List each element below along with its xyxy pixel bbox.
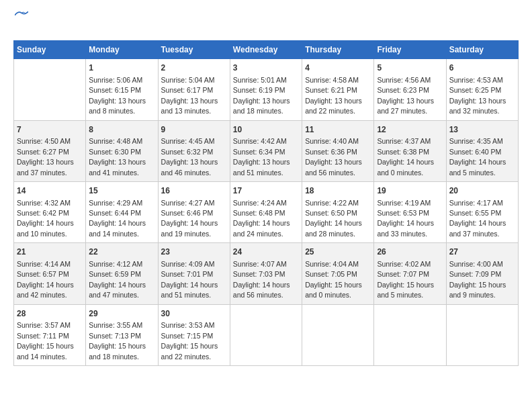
day-info: Sunrise: 4:07 AM Sunset: 7:03 PM Dayligh… [233,260,290,299]
day-info: Sunrise: 4:14 AM Sunset: 6:57 PM Dayligh… [17,260,74,299]
day-number: 4 [305,62,371,74]
calendar-cell: 23Sunrise: 4:09 AM Sunset: 7:01 PM Dayli… [158,243,230,304]
day-number: 5 [377,62,443,74]
week-row-3: 14Sunrise: 4:32 AM Sunset: 6:42 PM Dayli… [14,181,519,242]
week-row-2: 7Sunrise: 4:50 AM Sunset: 6:27 PM Daylig… [14,120,519,181]
calendar-cell [302,304,374,365]
day-info: Sunrise: 4:56 AM Sunset: 6:23 PM Dayligh… [377,76,434,115]
calendar-cell: 20Sunrise: 4:17 AM Sunset: 6:55 PM Dayli… [446,181,518,242]
day-info: Sunrise: 4:09 AM Sunset: 7:01 PM Dayligh… [161,260,218,299]
day-number: 16 [161,185,227,197]
day-number: 25 [305,246,371,258]
calendar-cell: 5Sunrise: 4:56 AM Sunset: 6:23 PM Daylig… [374,59,446,120]
day-number: 24 [233,246,299,258]
day-number: 13 [449,124,515,136]
calendar-cell: 3Sunrise: 5:01 AM Sunset: 6:19 PM Daylig… [230,59,302,120]
header-saturday: Saturday [446,41,518,59]
header-friday: Friday [374,41,446,59]
calendar-cell [14,59,86,120]
day-info: Sunrise: 4:50 AM Sunset: 6:27 PM Dayligh… [17,137,74,176]
day-number: 3 [233,62,299,74]
day-number: 28 [17,308,83,320]
calendar-cell: 9Sunrise: 4:45 AM Sunset: 6:32 PM Daylig… [158,120,230,181]
day-number: 30 [161,308,227,320]
calendar-cell: 27Sunrise: 4:00 AM Sunset: 7:09 PM Dayli… [446,243,518,304]
day-number: 27 [449,246,515,258]
day-info: Sunrise: 4:22 AM Sunset: 6:50 PM Dayligh… [305,199,362,238]
day-info: Sunrise: 4:04 AM Sunset: 7:05 PM Dayligh… [305,260,362,299]
day-number: 10 [233,124,299,136]
day-number: 17 [233,185,299,197]
week-row-1: 1Sunrise: 5:06 AM Sunset: 6:15 PM Daylig… [14,59,519,120]
calendar-cell: 13Sunrise: 4:35 AM Sunset: 6:40 PM Dayli… [446,120,518,181]
calendar-cell: 6Sunrise: 4:53 AM Sunset: 6:25 PM Daylig… [446,59,518,120]
calendar-cell: 29Sunrise: 3:55 AM Sunset: 7:13 PM Dayli… [86,304,158,365]
header-sunday: Sunday [14,41,86,59]
day-info: Sunrise: 4:37 AM Sunset: 6:38 PM Dayligh… [377,137,434,176]
logo [13,13,28,30]
header-wednesday: Wednesday [230,41,302,59]
day-number: 19 [377,185,443,197]
calendar-cell: 8Sunrise: 4:48 AM Sunset: 6:30 PM Daylig… [86,120,158,181]
day-number: 7 [17,124,83,136]
calendar-cell: 10Sunrise: 4:42 AM Sunset: 6:34 PM Dayli… [230,120,302,181]
day-info: Sunrise: 4:45 AM Sunset: 6:32 PM Dayligh… [161,137,218,176]
logo-bird-icon [15,10,28,19]
day-number: 12 [377,124,443,136]
calendar-cell: 1Sunrise: 5:06 AM Sunset: 6:15 PM Daylig… [86,59,158,120]
calendar-cell: 28Sunrise: 3:57 AM Sunset: 7:11 PM Dayli… [14,304,86,365]
header-thursday: Thursday [302,41,374,59]
calendar-cell: 22Sunrise: 4:12 AM Sunset: 6:59 PM Dayli… [86,243,158,304]
day-info: Sunrise: 4:17 AM Sunset: 6:55 PM Dayligh… [449,199,506,238]
calendar-cell: 2Sunrise: 5:04 AM Sunset: 6:17 PM Daylig… [158,59,230,120]
day-info: Sunrise: 3:57 AM Sunset: 7:11 PM Dayligh… [17,321,74,360]
day-number: 1 [89,62,154,74]
header-tuesday: Tuesday [158,41,230,59]
day-number: 18 [305,185,371,197]
calendar-cell: 14Sunrise: 4:32 AM Sunset: 6:42 PM Dayli… [14,181,86,242]
calendar-table: SundayMondayTuesdayWednesdayThursdayFrid… [13,40,519,366]
day-info: Sunrise: 4:19 AM Sunset: 6:53 PM Dayligh… [377,199,434,238]
day-info: Sunrise: 4:58 AM Sunset: 6:21 PM Dayligh… [305,76,362,115]
day-number: 9 [161,124,227,136]
day-number: 22 [89,246,154,258]
day-number: 29 [89,308,154,320]
calendar-cell: 7Sunrise: 4:50 AM Sunset: 6:27 PM Daylig… [14,120,86,181]
day-number: 2 [161,62,227,74]
day-info: Sunrise: 5:04 AM Sunset: 6:17 PM Dayligh… [161,76,218,115]
week-row-4: 21Sunrise: 4:14 AM Sunset: 6:57 PM Dayli… [14,243,519,304]
day-info: Sunrise: 3:53 AM Sunset: 7:15 PM Dayligh… [161,321,218,360]
day-info: Sunrise: 4:02 AM Sunset: 7:07 PM Dayligh… [377,260,434,299]
day-number: 23 [161,246,227,258]
calendar-cell [374,304,446,365]
day-number: 14 [17,185,83,197]
calendar-cell: 18Sunrise: 4:22 AM Sunset: 6:50 PM Dayli… [302,181,374,242]
calendar-header-row: SundayMondayTuesdayWednesdayThursdayFrid… [14,41,519,59]
day-number: 6 [449,62,515,74]
calendar-cell: 24Sunrise: 4:07 AM Sunset: 7:03 PM Dayli… [230,243,302,304]
calendar-cell: 11Sunrise: 4:40 AM Sunset: 6:36 PM Dayli… [302,120,374,181]
page-header [13,13,519,30]
calendar-cell [230,304,302,365]
day-info: Sunrise: 4:42 AM Sunset: 6:34 PM Dayligh… [233,137,290,176]
day-number: 20 [449,185,515,197]
week-row-5: 28Sunrise: 3:57 AM Sunset: 7:11 PM Dayli… [14,304,519,365]
day-number: 21 [17,246,83,258]
day-info: Sunrise: 4:35 AM Sunset: 6:40 PM Dayligh… [449,137,506,176]
calendar-cell: 21Sunrise: 4:14 AM Sunset: 6:57 PM Dayli… [14,243,86,304]
header-monday: Monday [86,41,158,59]
calendar-cell: 4Sunrise: 4:58 AM Sunset: 6:21 PM Daylig… [302,59,374,120]
day-number: 11 [305,124,371,136]
day-number: 8 [89,124,154,136]
calendar-cell: 25Sunrise: 4:04 AM Sunset: 7:05 PM Dayli… [302,243,374,304]
day-number: 15 [89,185,154,197]
calendar-cell [446,304,518,365]
day-info: Sunrise: 5:01 AM Sunset: 6:19 PM Dayligh… [233,76,290,115]
calendar-cell: 12Sunrise: 4:37 AM Sunset: 6:38 PM Dayli… [374,120,446,181]
calendar-cell: 16Sunrise: 4:27 AM Sunset: 6:46 PM Dayli… [158,181,230,242]
calendar-cell: 17Sunrise: 4:24 AM Sunset: 6:48 PM Dayli… [230,181,302,242]
day-info: Sunrise: 5:06 AM Sunset: 6:15 PM Dayligh… [89,76,146,115]
day-info: Sunrise: 4:53 AM Sunset: 6:25 PM Dayligh… [449,76,506,115]
calendar-cell: 15Sunrise: 4:29 AM Sunset: 6:44 PM Dayli… [86,181,158,242]
calendar-cell: 19Sunrise: 4:19 AM Sunset: 6:53 PM Dayli… [374,181,446,242]
